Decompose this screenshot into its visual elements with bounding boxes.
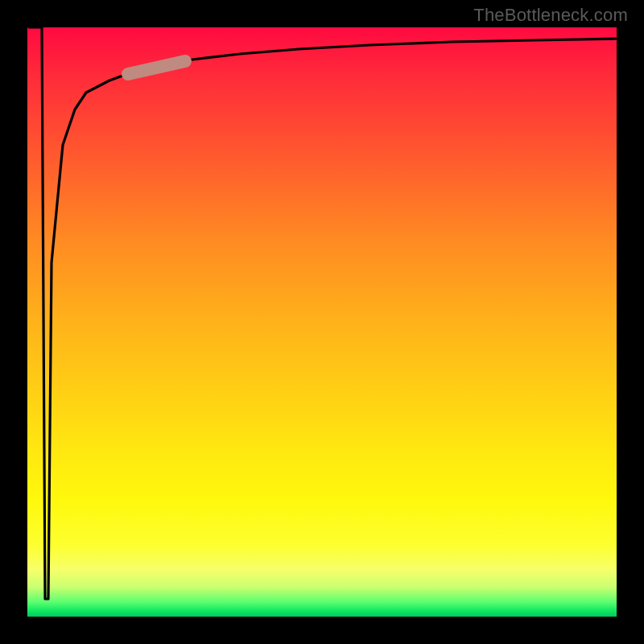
watermark-text: TheBottleneck.com bbox=[473, 5, 628, 26]
frame-border-bottom bbox=[0, 617, 644, 644]
chart-stage: TheBottleneck.com bbox=[0, 0, 644, 644]
frame-border-left bbox=[0, 0, 27, 644]
frame-border-right bbox=[617, 0, 644, 644]
plot-gradient-background bbox=[27, 27, 617, 617]
